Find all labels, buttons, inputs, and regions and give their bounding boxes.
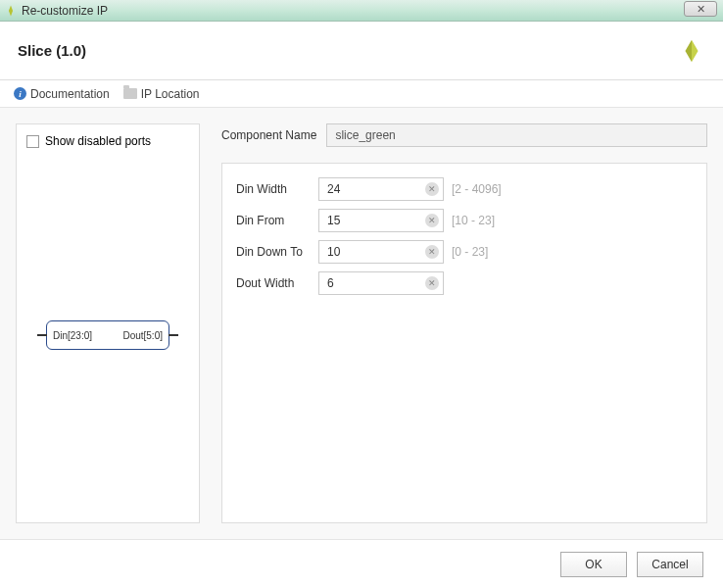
din-down-to-input[interactable]	[327, 245, 415, 259]
ip-block: Din[23:0] Dout[5:0]	[46, 320, 169, 350]
param-row-din-down-to: Din Down To ✕ [0 - 23]	[236, 240, 693, 264]
block-diagram[interactable]: Din[23:0] Dout[5:0]	[26, 158, 189, 513]
documentation-link[interactable]: i Documentation	[14, 87, 110, 101]
documentation-label: Documentation	[30, 87, 110, 101]
param-label: Din From	[236, 214, 311, 227]
param-row-din-from: Din From ✕ [10 - 23]	[236, 209, 693, 232]
svg-marker-1	[692, 39, 699, 61]
show-disabled-ports-checkbox[interactable]	[26, 135, 39, 148]
info-icon: i	[14, 87, 26, 100]
clear-icon[interactable]: ✕	[425, 245, 439, 259]
window-title: Re-customize IP	[22, 4, 108, 18]
ok-label: OK	[585, 558, 602, 571]
param-row-dout-width: Dout Width ✕	[236, 271, 693, 295]
app-icon	[4, 4, 18, 18]
ip-location-link[interactable]: IP Location	[123, 87, 200, 101]
vendor-logo-icon	[678, 37, 705, 65]
dout-port-stub	[169, 334, 178, 336]
component-name-row: Component Name	[221, 123, 707, 147]
show-disabled-ports-label: Show disabled ports	[45, 134, 151, 148]
block-diagram-panel: Show disabled ports Din[23:0] Dout[5:0]	[16, 123, 200, 523]
footer: OK Cancel	[0, 539, 723, 588]
titlebar: Re-customize IP ✕	[0, 0, 723, 22]
component-name-label: Component Name	[221, 128, 316, 142]
params-box: Din Width ✕ [2 - 4096] Din From ✕ [10 - …	[221, 163, 707, 523]
cancel-button[interactable]: Cancel	[637, 552, 703, 577]
toolbar: i Documentation IP Location	[0, 80, 723, 108]
ok-button[interactable]: OK	[560, 552, 627, 577]
param-hint: [10 - 23]	[452, 214, 495, 227]
close-button[interactable]: ✕	[684, 1, 717, 17]
param-label: Din Width	[236, 182, 311, 196]
din-from-input[interactable]	[327, 214, 415, 227]
component-name-input[interactable]	[326, 123, 707, 147]
close-icon: ✕	[697, 3, 705, 16]
param-row-din-width: Din Width ✕ [2 - 4096]	[236, 177, 693, 201]
header: Slice (1.0)	[0, 22, 723, 80]
din-port-stub	[37, 334, 47, 336]
page-title: Slice (1.0)	[18, 42, 86, 59]
clear-icon[interactable]: ✕	[425, 276, 439, 290]
folder-icon	[123, 88, 137, 99]
param-label: Dout Width	[236, 276, 311, 290]
din-from-input-wrap: ✕	[318, 209, 444, 232]
svg-marker-0	[9, 5, 13, 16]
cancel-label: Cancel	[651, 558, 688, 571]
din-width-input-wrap: ✕	[318, 177, 444, 201]
content-area: Show disabled ports Din[23:0] Dout[5:0] …	[0, 108, 723, 539]
parameters-panel: Component Name Din Width ✕ [2 - 4096] Di…	[221, 123, 707, 523]
param-label: Din Down To	[236, 245, 311, 259]
dout-width-input[interactable]	[327, 276, 415, 290]
din-down-to-input-wrap: ✕	[318, 240, 444, 264]
din-width-input[interactable]	[327, 182, 415, 196]
clear-icon[interactable]: ✕	[425, 182, 439, 196]
param-hint: [2 - 4096]	[452, 182, 502, 196]
param-hint: [0 - 23]	[452, 245, 488, 259]
dout-port-label: Dout[5:0]	[122, 330, 163, 341]
show-disabled-ports-row: Show disabled ports	[26, 134, 189, 148]
din-port-label: Din[23:0]	[53, 330, 92, 341]
ip-location-label: IP Location	[141, 87, 200, 101]
recustomize-ip-window: Re-customize IP ✕ Slice (1.0) i Document…	[0, 0, 723, 588]
svg-marker-2	[685, 39, 692, 61]
dout-width-input-wrap: ✕	[318, 271, 444, 295]
clear-icon[interactable]: ✕	[425, 214, 439, 227]
